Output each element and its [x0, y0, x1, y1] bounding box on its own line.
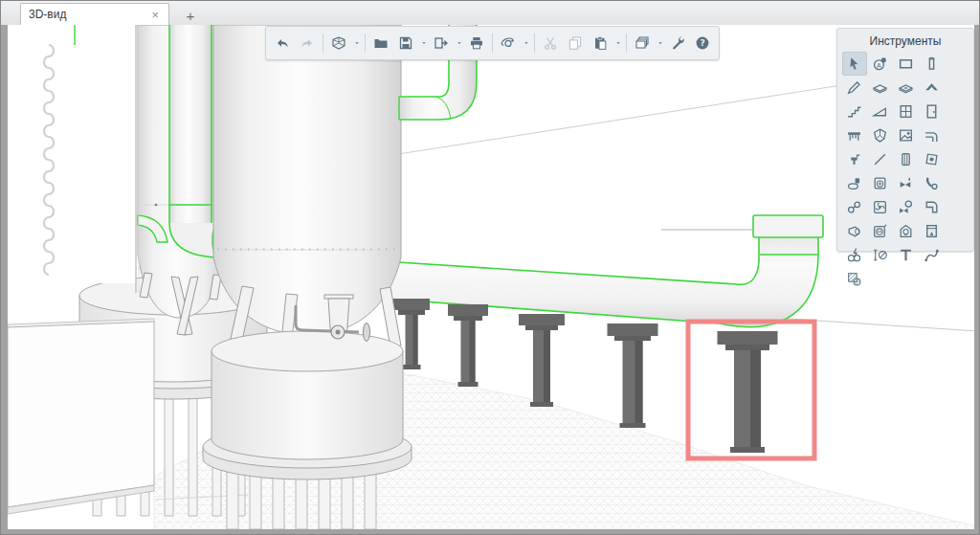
ramp-tool[interactable]	[868, 100, 893, 123]
pipe-support-2[interactable]	[448, 304, 488, 387]
export-dropdown-caret[interactable]	[454, 32, 464, 55]
flash-icon	[846, 247, 862, 263]
duct-valve-tool[interactable]	[894, 195, 919, 219]
light-fixture-tool[interactable]	[894, 219, 919, 243]
column-icon	[924, 56, 940, 72]
caret-icon	[353, 39, 361, 47]
pipe-accessory-tool[interactable]	[842, 195, 867, 219]
pipe-tool[interactable]	[920, 123, 945, 147]
wall-tool[interactable]	[894, 52, 919, 76]
door-tool[interactable]	[920, 100, 945, 123]
caret-icon	[456, 39, 463, 47]
furniture-tool[interactable]	[842, 123, 867, 147]
save-button[interactable]	[393, 32, 418, 55]
tab-3d-view[interactable]: 3D-вид ×	[20, 3, 169, 25]
socket-icon	[872, 223, 888, 239]
3d-view-mode-button[interactable]	[326, 32, 351, 55]
settings-button[interactable]	[665, 32, 690, 55]
line-tool[interactable]	[868, 147, 893, 171]
orbit-dropdown-caret[interactable]	[521, 32, 531, 55]
left-wall	[8, 25, 139, 293]
accessory-icon	[846, 199, 862, 215]
sanitary-equipment-tool[interactable]	[842, 171, 867, 195]
electric-socket-tool[interactable]	[868, 219, 893, 243]
pipe-valve-tool[interactable]	[894, 171, 919, 195]
duct-tool[interactable]	[920, 195, 945, 219]
svg-text:?: ?	[700, 38, 704, 48]
orbit-button[interactable]	[496, 32, 521, 55]
paste-dropdown-caret[interactable]	[612, 32, 623, 55]
window-tool[interactable]	[894, 100, 919, 123]
viewport-3d[interactable]: ? Инструменты A	[8, 25, 974, 529]
pipeElbow-icon	[924, 127, 940, 144]
heating-device-tool[interactable]	[894, 147, 919, 171]
column-tool[interactable]	[920, 52, 945, 76]
save-icon	[398, 35, 413, 51]
image-tool[interactable]	[894, 123, 919, 147]
dim-icon	[872, 247, 888, 263]
export-button[interactable]	[429, 32, 454, 55]
redo-button[interactable]	[295, 32, 320, 55]
opening-tool[interactable]	[894, 76, 919, 100]
3d-view-mode-dropdown-caret[interactable]	[351, 32, 362, 55]
axis-tool[interactable]: A	[868, 52, 893, 76]
undo-icon	[275, 35, 290, 51]
cone-icon	[846, 223, 862, 239]
new-tab-button[interactable]: +	[179, 6, 202, 25]
svg-text:A: A	[877, 62, 881, 70]
paste-button[interactable]	[588, 32, 612, 55]
cut-button[interactable]	[538, 32, 563, 55]
pipe-support-3[interactable]	[519, 314, 565, 407]
plinth-box[interactable]	[8, 319, 154, 514]
electrical-panel-tool[interactable]	[920, 219, 945, 243]
dimension-tool[interactable]	[868, 243, 893, 267]
element-tool[interactable]	[868, 123, 893, 147]
tab-bar: 3D-вид × +	[1, 1, 979, 25]
roof-tool[interactable]	[920, 76, 945, 100]
bulb-icon	[898, 223, 914, 239]
save-dropdown-caret[interactable]	[418, 32, 429, 55]
hatch-tool[interactable]	[842, 267, 867, 291]
stairs-tool[interactable]	[842, 100, 867, 123]
window-layout-dropdown-caret[interactable]	[655, 32, 665, 55]
tools-grid: A	[841, 52, 969, 291]
fan-tool[interactable]	[868, 195, 893, 219]
text-tool[interactable]	[894, 243, 919, 267]
pipe-support-5[interactable]	[718, 331, 778, 453]
assembly-tool[interactable]	[920, 147, 945, 171]
ramp-icon	[872, 103, 888, 120]
vessel-front[interactable]	[203, 25, 412, 529]
slab-icon	[872, 79, 888, 96]
plumbing-fixture-tool[interactable]	[842, 147, 867, 171]
orbit-icon	[501, 35, 516, 51]
pipe-support-4[interactable]	[608, 323, 658, 428]
wiring-tool[interactable]	[842, 243, 867, 267]
pipe-fitting-tool[interactable]	[920, 171, 945, 195]
toolbar-separator	[626, 33, 627, 53]
print-button[interactable]	[464, 32, 489, 55]
quick-toolbar: ?	[265, 26, 720, 60]
help-icon: ?	[695, 35, 710, 51]
cut-icon	[543, 35, 558, 51]
equipment-tool[interactable]	[868, 171, 893, 195]
caret-icon	[420, 39, 428, 47]
undo-button[interactable]	[270, 32, 295, 55]
circleA-icon: A	[872, 56, 888, 72]
image-icon	[898, 127, 914, 144]
print-icon	[469, 35, 484, 51]
textT-icon	[898, 247, 914, 263]
floor-tool[interactable]	[868, 76, 893, 100]
faucet-icon	[846, 151, 862, 167]
tab-close-icon[interactable]: ×	[149, 9, 161, 21]
duct-fitting-tool[interactable]	[842, 219, 867, 243]
redo-icon	[300, 35, 315, 51]
spline-icon	[924, 247, 940, 263]
window-layout-button[interactable]	[630, 32, 655, 55]
copy-button[interactable]	[563, 32, 588, 55]
select-tool[interactable]	[842, 52, 867, 76]
help-button[interactable]: ?	[690, 32, 715, 55]
beam-tool[interactable]	[842, 76, 867, 100]
scene-canvas[interactable]	[8, 25, 974, 529]
open-button[interactable]	[368, 32, 393, 55]
route-tool[interactable]	[920, 243, 945, 267]
